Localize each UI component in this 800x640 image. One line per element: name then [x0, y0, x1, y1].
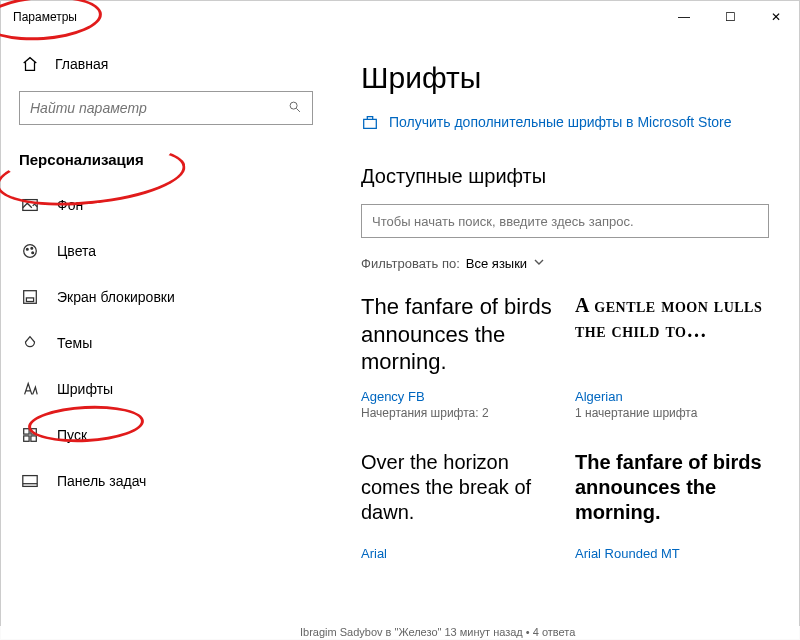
- nav-item-label: Панель задач: [57, 473, 146, 489]
- nav-item-label: Цвета: [57, 243, 96, 259]
- store-link[interactable]: Получить дополнительные шрифты в Microso…: [361, 113, 769, 131]
- category-header: Персонализация: [1, 143, 331, 182]
- nav-item-label: Экран блокировки: [57, 289, 175, 305]
- svg-rect-9: [31, 429, 36, 434]
- footer-fragment: Ibragim Sadybov в "Железо" 13 минут наза…: [0, 626, 800, 640]
- nav-item-themes[interactable]: Темы: [1, 320, 331, 366]
- close-button[interactable]: ✕: [753, 1, 799, 33]
- font-name: Arial Rounded MT: [575, 546, 769, 561]
- font-grid: The fanfare of birds announces the morni…: [361, 293, 769, 563]
- settings-search-input[interactable]: [30, 100, 288, 116]
- minimize-button[interactable]: —: [661, 1, 707, 33]
- svg-point-0: [290, 102, 297, 109]
- filter-label: Фильтровать по:: [361, 256, 460, 271]
- fonts-icon: [21, 380, 39, 398]
- svg-point-4: [31, 247, 33, 249]
- font-card-agency-fb[interactable]: The fanfare of birds announces the morni…: [361, 293, 555, 420]
- nav-item-fonts[interactable]: Шрифты: [1, 366, 331, 412]
- font-card-algerian[interactable]: A gentle moon lulls the child to… Algeri…: [575, 293, 769, 420]
- svg-point-5: [32, 252, 34, 254]
- font-name: Agency FB: [361, 389, 555, 404]
- nav-item-label: Шрифты: [57, 381, 113, 397]
- store-icon: [361, 113, 379, 131]
- home-icon: [21, 55, 39, 73]
- svg-rect-12: [23, 476, 37, 487]
- font-card-arial[interactable]: Over the horizon comes the break of dawn…: [361, 450, 555, 563]
- font-sample: The fanfare of birds announces the morni…: [361, 293, 555, 383]
- font-name: Arial: [361, 546, 555, 561]
- settings-window: Параметры — ☐ ✕ Главная Персонализация: [0, 0, 800, 640]
- nav-item-lockscreen[interactable]: Экран блокировки: [1, 274, 331, 320]
- nav-item-taskbar[interactable]: Панель задач: [1, 458, 331, 504]
- nav-item-background[interactable]: Фон: [1, 182, 331, 228]
- nav-item-label: Темы: [57, 335, 92, 351]
- font-search-input[interactable]: [372, 214, 758, 229]
- svg-point-3: [26, 248, 28, 250]
- start-icon: [21, 426, 39, 444]
- font-search[interactable]: [361, 204, 769, 238]
- nav-item-label: Пуск: [57, 427, 87, 443]
- nav-item-start[interactable]: Пуск: [1, 412, 331, 458]
- svg-rect-7: [26, 298, 33, 302]
- nav-item-colors[interactable]: Цвета: [1, 228, 331, 274]
- nav-home-label: Главная: [55, 56, 108, 72]
- svg-rect-10: [24, 436, 29, 441]
- picture-icon: [21, 196, 39, 214]
- content-area: Главная Персонализация Фон Цвета: [1, 33, 799, 639]
- nav-item-label: Фон: [57, 197, 83, 213]
- page-title: Шрифты: [361, 61, 769, 95]
- svg-rect-11: [31, 436, 36, 441]
- window-controls: — ☐ ✕: [661, 1, 799, 33]
- palette-icon: [21, 242, 39, 260]
- nav-home[interactable]: Главная: [1, 45, 331, 83]
- font-sample: The fanfare of birds announces the morni…: [575, 450, 769, 540]
- sidebar: Главная Персонализация Фон Цвета: [1, 33, 331, 639]
- filter-row[interactable]: Фильтровать по: Все языки: [361, 256, 769, 271]
- font-faces: Начертания шрифта: 2: [361, 406, 555, 420]
- available-fonts-heading: Доступные шрифты: [361, 165, 769, 188]
- taskbar-icon: [21, 472, 39, 490]
- titlebar: Параметры — ☐ ✕: [1, 1, 799, 33]
- filter-value: Все языки: [466, 256, 527, 271]
- font-sample: A gentle moon lulls the child to…: [575, 293, 769, 383]
- store-link-text: Получить дополнительные шрифты в Microso…: [389, 114, 732, 130]
- lockscreen-icon: [21, 288, 39, 306]
- window-title: Параметры: [13, 10, 77, 24]
- maximize-button[interactable]: ☐: [707, 1, 753, 33]
- svg-point-2: [24, 245, 37, 258]
- svg-rect-8: [24, 429, 29, 434]
- font-faces: 1 начертание шрифта: [575, 406, 769, 420]
- chevron-down-icon: [533, 256, 545, 271]
- settings-search[interactable]: [19, 91, 313, 125]
- main-panel: Шрифты Получить дополнительные шрифты в …: [331, 33, 799, 639]
- themes-icon: [21, 334, 39, 352]
- search-icon: [288, 100, 302, 117]
- font-sample: Over the horizon comes the break of dawn…: [361, 450, 555, 540]
- font-card-arial-rounded[interactable]: The fanfare of birds announces the morni…: [575, 450, 769, 563]
- font-name: Algerian: [575, 389, 769, 404]
